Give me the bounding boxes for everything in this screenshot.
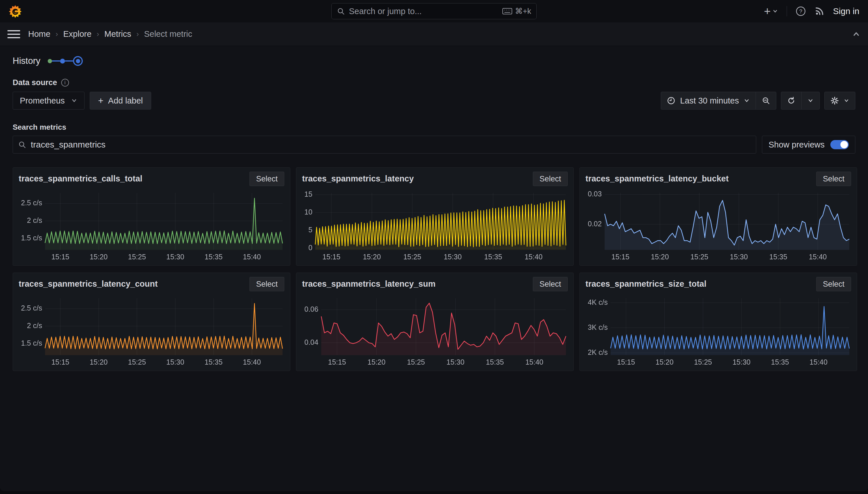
clock-icon bbox=[667, 96, 675, 105]
search-shortcut: ⌘+k bbox=[502, 6, 531, 16]
topbar-divider bbox=[787, 6, 787, 16]
metric-preview-chart[interactable] bbox=[586, 296, 851, 368]
metric-preview-chart[interactable] bbox=[302, 296, 568, 368]
metric-name: traces_spanmetrics_latency bbox=[302, 174, 414, 184]
metric-card: traces_spanmetrics_latency_sum Select bbox=[296, 272, 574, 371]
global-search-input[interactable] bbox=[349, 6, 498, 16]
chevron-down-icon bbox=[71, 97, 77, 104]
data-source-value: Prometheus bbox=[20, 96, 65, 106]
search-icon bbox=[337, 7, 345, 15]
refresh-button[interactable] bbox=[781, 92, 801, 109]
topbar-actions: + ? Sign in bbox=[764, 5, 860, 18]
data-source-picker[interactable]: Prometheus bbox=[13, 92, 84, 110]
top-navigation-bar: ⌘+k + ? bbox=[0, 0, 868, 22]
select-metric-button[interactable]: Select bbox=[816, 277, 851, 291]
grafana-app: ⌘+k + ? bbox=[0, 0, 868, 494]
hamburger-icon bbox=[7, 30, 20, 31]
page-bottom-strip bbox=[0, 491, 868, 494]
sign-in-button[interactable]: Sign in bbox=[833, 6, 860, 16]
settings-button[interactable] bbox=[825, 92, 855, 109]
chevron-up-icon bbox=[852, 30, 861, 39]
metric-search-input[interactable] bbox=[31, 140, 751, 150]
search-icon bbox=[18, 140, 26, 149]
info-icon[interactable]: i bbox=[61, 79, 69, 87]
metric-name: traces_spanmetrics_latency_bucket bbox=[586, 174, 729, 184]
breadcrumb-bar: Home › Explore › Metrics › Select metric bbox=[0, 22, 868, 46]
breadcrumb-separator: › bbox=[97, 30, 99, 39]
metric-name: traces_spanmetrics_size_total bbox=[586, 279, 707, 289]
show-previews-control: Show previews bbox=[762, 136, 855, 154]
metric-name: traces_spanmetrics_latency_count bbox=[19, 279, 158, 289]
plus-icon: + bbox=[764, 5, 771, 18]
svg-text:?: ? bbox=[799, 8, 803, 14]
history-row: History bbox=[13, 56, 855, 66]
global-search[interactable]: ⌘+k bbox=[331, 3, 537, 19]
history-timeline[interactable] bbox=[48, 56, 83, 66]
breadcrumb-separator: › bbox=[56, 30, 58, 39]
history-label: History bbox=[13, 56, 40, 66]
history-step-icon[interactable] bbox=[48, 59, 52, 63]
data-source-label: Data source bbox=[13, 78, 57, 87]
metric-preview-chart[interactable] bbox=[302, 191, 568, 263]
select-metric-button[interactable]: Select bbox=[533, 277, 568, 291]
breadcrumb-item-current: Select metric bbox=[144, 29, 192, 39]
chevron-down-icon bbox=[807, 97, 814, 104]
breadcrumb-separator: › bbox=[136, 30, 139, 39]
plus-icon: + bbox=[98, 95, 103, 106]
select-metric-button[interactable]: Select bbox=[816, 172, 851, 186]
controls-row: Prometheus + Add label bbox=[13, 92, 855, 110]
chevron-down-icon bbox=[772, 8, 778, 14]
gear-icon bbox=[830, 96, 839, 105]
metric-name: traces_spanmetrics_calls_total bbox=[19, 174, 142, 184]
metric-name: traces_spanmetrics_latency_sum bbox=[302, 279, 435, 289]
rss-icon bbox=[814, 6, 824, 16]
metric-search-box[interactable] bbox=[13, 136, 756, 154]
refresh-interval-dropdown[interactable] bbox=[801, 92, 820, 109]
chevron-down-icon bbox=[744, 97, 750, 104]
news-button[interactable] bbox=[814, 6, 824, 16]
breadcrumb: Home › Explore › Metrics › Select metric bbox=[28, 29, 192, 39]
metric-preview-chart[interactable] bbox=[19, 296, 284, 368]
metric-cards-grid: traces_spanmetrics_calls_total Select tr… bbox=[13, 167, 855, 371]
metric-preview-chart[interactable] bbox=[19, 191, 284, 263]
metric-card: traces_spanmetrics_latency_bucket Select bbox=[579, 167, 857, 266]
refresh-group bbox=[781, 92, 820, 110]
select-metric-button[interactable]: Select bbox=[250, 172, 284, 186]
menu-toggle-button[interactable] bbox=[7, 28, 20, 40]
help-icon: ? bbox=[795, 6, 806, 16]
history-step-icon[interactable] bbox=[60, 59, 65, 63]
chevron-down-icon bbox=[844, 98, 849, 103]
metric-card: traces_spanmetrics_latency Select bbox=[296, 167, 574, 266]
metric-preview-chart[interactable] bbox=[586, 191, 851, 263]
select-metric-button[interactable]: Select bbox=[250, 277, 284, 291]
show-previews-toggle[interactable] bbox=[830, 140, 849, 149]
time-range-value: Last 30 minutes bbox=[680, 96, 739, 106]
select-metric-button[interactable]: Select bbox=[533, 172, 568, 186]
show-previews-label: Show previews bbox=[769, 140, 825, 150]
metric-card: traces_spanmetrics_size_total Select bbox=[579, 272, 857, 371]
zoom-out-button[interactable] bbox=[756, 92, 776, 109]
zoom-out-icon bbox=[762, 96, 770, 105]
time-range-group: Last 30 minutes bbox=[661, 92, 776, 110]
breadcrumb-item-metrics[interactable]: Metrics bbox=[104, 29, 131, 39]
breadcrumb-item-explore[interactable]: Explore bbox=[63, 29, 92, 39]
grafana-logo[interactable] bbox=[8, 5, 22, 18]
shortcut-text: ⌘+k bbox=[515, 6, 531, 16]
metric-card: traces_spanmetrics_latency_count Select bbox=[13, 272, 290, 371]
settings-group bbox=[824, 92, 855, 110]
search-metrics-label: Search metrics bbox=[13, 123, 855, 132]
refresh-icon bbox=[787, 96, 795, 105]
collapse-header-button[interactable] bbox=[852, 30, 861, 39]
breadcrumb-item-home[interactable]: Home bbox=[28, 29, 50, 39]
metric-card: traces_spanmetrics_calls_total Select bbox=[13, 167, 290, 266]
time-range-picker[interactable]: Last 30 minutes bbox=[661, 92, 756, 109]
history-current-step-icon[interactable] bbox=[73, 56, 83, 66]
data-source-label-row: Data source i bbox=[13, 78, 855, 87]
add-label-button[interactable]: + Add label bbox=[90, 92, 151, 110]
explore-metrics-content: History Data source i Prometheus bbox=[0, 46, 868, 491]
search-row: Show previews bbox=[13, 136, 855, 154]
help-button[interactable]: ? bbox=[795, 6, 806, 16]
new-menu-button[interactable]: + bbox=[764, 5, 778, 18]
keyboard-icon bbox=[502, 8, 512, 15]
